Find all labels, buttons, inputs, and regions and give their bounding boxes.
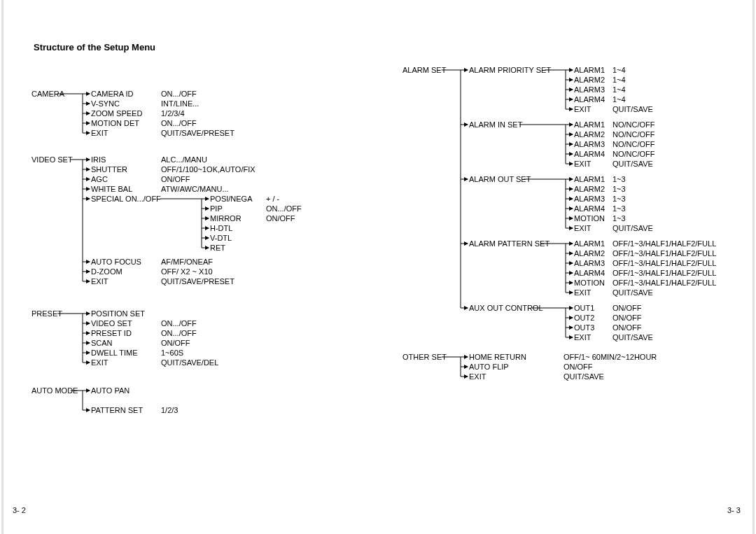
menu-value: ON/OFF [266, 214, 295, 223]
menu-item: ALARM4 [574, 150, 605, 158]
menu-item: EXIT [574, 160, 592, 168]
menu-item: EXIT [574, 105, 592, 113]
menu-item: PIP [210, 204, 223, 213]
menu-item: EXIT [574, 224, 592, 232]
page-number-left: 3- 2 [13, 506, 26, 514]
menu-heading: ALARM PRIORITY SET [469, 66, 551, 74]
menu-value: ON.../OFF [161, 329, 197, 337]
menu-heading: ALARM OUT SET [469, 175, 531, 183]
menu-item: CAMERA ID [91, 90, 134, 98]
menu-item: SCAN [91, 339, 113, 347]
menu-value: 1~60S [161, 349, 183, 357]
menu-value: QUIT/SAVE [612, 333, 653, 342]
menu-item: ALARM3 [574, 195, 605, 203]
menu-value: NO/NC/OFF [612, 140, 655, 148]
menu-value: 1~3 [612, 195, 626, 203]
menu-item: MOTION [574, 279, 605, 287]
menu-item: MIRROR [210, 214, 241, 223]
menu-item: PATTERN SET [91, 406, 143, 414]
menu-heading: OTHER SET [402, 353, 447, 361]
menu-value: OFF/1/100~1OK,AUTO/FIX [161, 165, 255, 174]
menu-value: ON/OFF [612, 304, 642, 312]
menu-item: WHITE BAL [91, 185, 132, 193]
menu-item: PRESET ID [91, 329, 132, 337]
menu-value: ALC.../MANU [161, 155, 207, 164]
menu-value: ATW/AWC/MANU... [161, 185, 229, 193]
menu-item: ALARM2 [574, 249, 605, 258]
menu-value: ON/OFF [161, 175, 190, 183]
menu-item: POSITION SET [91, 309, 145, 318]
menu-item: OUT2 [574, 314, 594, 322]
menu-heading: AUX OUT CONTROL [469, 304, 543, 312]
page-number-right: 3- 3 [727, 506, 741, 514]
menu-heading: ALARM SET [402, 66, 447, 74]
menu-heading: CAMERA [31, 90, 65, 98]
menu-value: QUIT/SAVE/PRESET [161, 277, 234, 286]
page-spine-left [1, 0, 4, 534]
menu-value: QUIT/SAVE/DEL [161, 358, 218, 367]
menu-item: ALARM4 [574, 95, 605, 104]
menu-item: ALARM1 [574, 239, 605, 248]
menu-value: ON.../OFF [266, 204, 302, 213]
menu-item: ALARM2 [574, 185, 605, 193]
menu-item: MOTION [574, 214, 605, 223]
menu-value: OFF/1~ 60MIN/2~12HOUR [564, 353, 657, 361]
menu-item: ALARM1 [574, 175, 605, 183]
menu-heading: VIDEO SET [31, 155, 73, 164]
menu-item: EXIT [91, 277, 108, 286]
menu-value: 1~3 [612, 185, 626, 193]
menu-heading: ALARM IN SET [469, 120, 523, 129]
menu-value: 1~4 [612, 95, 626, 104]
menu-value: ON/OFF [161, 339, 190, 347]
menu-heading: AUTO MODE [31, 386, 78, 395]
menu-value: QUIT/SAVE/PRESET [161, 129, 234, 137]
menu-item: POSI/NEGA [210, 195, 253, 203]
menu-value: AF/MF/ONEAF [161, 258, 213, 266]
menu-value: 1~3 [612, 175, 626, 183]
menu-value: QUIT/SAVE [612, 288, 653, 297]
menu-item: OUT3 [574, 323, 594, 332]
menu-value: 1~4 [612, 76, 626, 84]
menu-value: + / - [266, 195, 280, 203]
menu-item: EXIT [91, 129, 108, 137]
menu-value: 1/2/3/4 [161, 109, 185, 118]
menu-item: IRIS [91, 155, 106, 164]
menu-item: EXIT [469, 372, 486, 381]
menu-item: AGC [91, 175, 108, 183]
menu-value: OFF/1~3/HALF1/HALF2/FULL [612, 239, 716, 248]
menu-value: ON.../OFF [161, 90, 197, 98]
menu-item: ALARM3 [574, 259, 605, 267]
menu-item: ZOOM SPEED [91, 109, 142, 118]
menu-item: AUTO PAN [91, 386, 130, 395]
menu-item: MOTION DET [91, 119, 139, 127]
menu-item: EXIT [574, 288, 592, 297]
menu-item: ALARM2 [574, 130, 605, 139]
menu-item: EXIT [574, 333, 592, 342]
menu-value: ON.../OFF [161, 119, 197, 127]
menu-item: V-DTL [210, 234, 232, 242]
menu-value: NO/NC/OFF [612, 150, 655, 158]
menu-value: QUIT/SAVE [612, 105, 653, 113]
menu-value: ON/OFF [564, 363, 593, 371]
menu-value: OFF/1~3/HALF1/HALF2/FULL [612, 279, 716, 287]
menu-value: OFF/1~3/HALF1/HALF2/FULL [612, 249, 716, 258]
menu-item: ALARM3 [574, 85, 605, 94]
menu-value: OFF/1~3/HALF1/HALF2/FULL [612, 269, 716, 277]
menu-value: OFF/ X2 ~ X10 [161, 267, 213, 276]
menu-value: 1~3 [612, 214, 626, 223]
menu-value: ON.../OFF [161, 319, 197, 328]
menu-item: ALARM1 [574, 120, 605, 129]
menu-value: 1~4 [612, 85, 626, 94]
menu-item: ALARM4 [574, 269, 605, 277]
menu-item: SPECIAL ON.../OFF [91, 195, 161, 203]
menu-item: RET [210, 244, 225, 252]
menu-item: ALARM2 [574, 76, 605, 84]
menu-value: OFF/1~3/HALF1/HALF2/FULL [612, 259, 716, 267]
menu-item: ALARM1 [574, 66, 605, 74]
menu-item: VIDEO SET [91, 319, 132, 328]
menu-value: INT/LINE... [161, 99, 199, 108]
menu-item: DWELL TIME [91, 349, 138, 357]
menu-value: ON/OFF [612, 323, 642, 332]
menu-heading: PRESET [31, 309, 62, 318]
menu-value: 1~3 [612, 204, 626, 213]
